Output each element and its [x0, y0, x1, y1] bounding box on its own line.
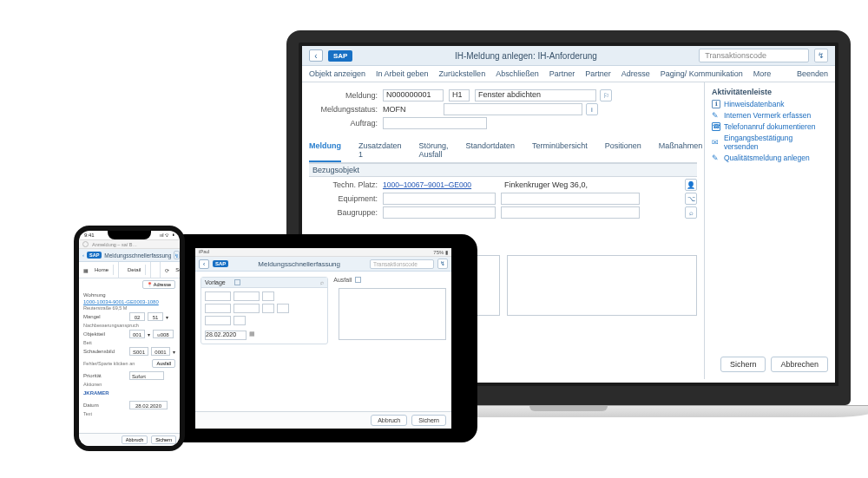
menu-abschliessen[interactable]: Abschließen	[496, 69, 539, 78]
sap-menubar: Objekt anzeigen In Arbeit geben Zurückst…	[302, 66, 835, 82]
menu-paging[interactable]: Paging/ Kommunikation	[661, 69, 743, 78]
button-label: Adresse	[154, 282, 171, 287]
menu-adresse[interactable]: Adresse	[621, 69, 650, 78]
exit-icon[interactable]: ↯	[174, 251, 180, 259]
field-a3[interactable]	[262, 291, 274, 301]
ausfall-button[interactable]: Ausfall	[152, 359, 175, 368]
hierarchy-icon[interactable]: ⌥	[685, 193, 697, 205]
status-extra-input[interactable]	[444, 103, 582, 115]
wohnung-link[interactable]: 1000-10034-9001-GE0003-1080	[79, 299, 180, 304]
info-icon[interactable]: i	[586, 103, 598, 115]
equipment-text-input[interactable]	[501, 193, 640, 205]
ausfall-checkbox[interactable]	[355, 277, 361, 283]
back-button[interactable]: ‹	[309, 49, 323, 62]
back-button[interactable]: ‹	[199, 259, 209, 269]
tab-standort[interactable]: Standortdaten	[466, 138, 516, 162]
valuehelp-icon[interactable]: ▾	[148, 331, 150, 337]
menu-partner-2[interactable]: Partner	[585, 69, 611, 78]
cancel-button[interactable]: Abbruch	[371, 415, 407, 426]
objektteil-code-2[interactable]: u008	[153, 330, 174, 338]
search-icon[interactable]: ⌕	[685, 206, 697, 219]
person-icon[interactable]: 👤	[685, 179, 697, 191]
auftrag-input[interactable]	[383, 117, 487, 129]
search-icon[interactable]: ⌕	[320, 279, 324, 285]
field-b1[interactable]	[205, 304, 231, 313]
field-c2[interactable]	[233, 316, 246, 325]
menu-objekt-anzeigen[interactable]: Objekt anzeigen	[309, 69, 365, 78]
transaction-code-input[interactable]: Transaktionscode	[699, 49, 809, 62]
date-input[interactable]: 28.02.2020	[205, 331, 247, 340]
menu-more[interactable]: More	[753, 69, 772, 78]
reload-icon[interactable]	[82, 241, 89, 247]
baugruppe-label: Baugruppe:	[309, 208, 383, 217]
exit-icon[interactable]: ↯	[814, 49, 828, 62]
prio-select[interactable]: Sofort	[129, 371, 164, 380]
phone-notch	[108, 231, 151, 239]
status-label: Meldungsstatus:	[309, 105, 383, 114]
transaction-code-input[interactable]: Transaktionscode	[370, 259, 434, 269]
sidebar-item-vermerk[interactable]: ✎Internen Vermerk erfassen	[712, 111, 828, 120]
menu-partner-1[interactable]: Partner	[549, 69, 575, 78]
datum-input[interactable]: 28.02.2020	[129, 401, 168, 409]
field-c1[interactable]	[205, 316, 231, 325]
field-a1[interactable]	[205, 291, 231, 301]
sidebar-item-telefon[interactable]: ☎Telefonanruf dokumentieren	[712, 122, 828, 131]
cancel-button[interactable]: Abbrechen	[771, 357, 828, 372]
phone-icon: ☎	[712, 122, 720, 131]
cancel-button[interactable]: Abbruch	[122, 435, 148, 444]
schaden-label: Schadensbild	[83, 349, 127, 354]
phone-screen: 9:41 ııl ᯤ ▮ Anmeldung – sa/ B… ‹ SAP Me…	[79, 231, 180, 446]
meldungsart-input[interactable]: H1	[449, 89, 470, 101]
calendar-icon[interactable]: ▦	[249, 331, 255, 340]
meldung-text-input[interactable]: Fenster abdichten	[475, 89, 596, 101]
meldung-input[interactable]: N000000001	[383, 89, 444, 101]
tablet-textarea[interactable]	[339, 288, 446, 340]
mail-icon: ✉	[712, 138, 720, 147]
tab-detail[interactable]: Detail	[119, 262, 151, 278]
text-area-right[interactable]	[507, 255, 698, 316]
valuehelp-icon[interactable]: ▾	[166, 314, 168, 320]
chevron-left-icon[interactable]: ‹	[82, 252, 84, 258]
sidebar-item-q[interactable]: ✎Qualitätsmeldung anlegen	[712, 154, 828, 162]
tab-home[interactable]: ▦ Home	[79, 262, 119, 278]
save-button[interactable]: Sichern	[720, 357, 766, 372]
tab-stoerung[interactable]: Störung, Ausfall	[419, 138, 449, 162]
exit-icon[interactable]: ↯	[437, 259, 448, 269]
tab-scan[interactable]: ⟳ Scan	[161, 262, 180, 278]
tab-termin[interactable]: Terminübersicht	[532, 138, 588, 162]
save-button[interactable]: Sichern	[411, 415, 446, 426]
sidebar-item-hinweis[interactable]: ℹHinweisdatenbank	[712, 100, 828, 108]
sidebar-item-eingang[interactable]: ✉Eingangsbestätigung versenden	[712, 134, 828, 151]
valuehelp-icon[interactable]: ▾	[173, 349, 175, 355]
menu-beenden[interactable]: Beenden	[797, 69, 828, 78]
equipment-input[interactable]	[383, 193, 496, 205]
page-title: Meldungsschnellerfassung	[104, 252, 171, 259]
techplatz-link[interactable]: 1000–10067–9001–GE000	[383, 180, 496, 189]
field-a2[interactable]	[233, 291, 260, 301]
addresse-button[interactable]: 📍 Adresse	[142, 280, 175, 289]
flag-icon[interactable]: ⚐	[600, 89, 612, 101]
mangel-code-2[interactable]: 51	[148, 312, 163, 321]
vorlage-checkbox[interactable]	[234, 279, 240, 285]
sidebar-item-label: Qualitätsmeldung anlegen	[724, 154, 810, 162]
tab-positionen[interactable]: Positionen	[605, 138, 641, 162]
equipment-label: Equipment:	[309, 194, 383, 203]
field-b2[interactable]	[233, 304, 260, 313]
tab-zusatzdaten[interactable]: Zusatzdaten 1	[358, 138, 402, 162]
prio-label: Priorität	[83, 373, 127, 378]
save-button[interactable]: Sichern	[151, 435, 176, 444]
field-b4[interactable]	[277, 304, 289, 313]
objektteil-code-1[interactable]: 001	[129, 330, 145, 338]
schaden-code-2[interactable]: 0001	[151, 347, 170, 356]
tab-massnahmen[interactable]: Maßnahmen	[659, 138, 703, 162]
field-b3[interactable]	[262, 304, 274, 313]
safari-chrome: Anmeldung – sa/ B…	[79, 239, 180, 249]
mangel-code-1[interactable]: 02	[129, 312, 145, 321]
menu-in-arbeit-geben[interactable]: In Arbeit geben	[376, 69, 429, 78]
schaden-code-1[interactable]: S001	[129, 347, 148, 356]
wohnung-label: Wohnung	[83, 292, 127, 298]
tab-meldung[interactable]: Meldung	[309, 138, 341, 162]
menu-zurueckstellen[interactable]: Zurückstellen	[439, 69, 486, 78]
baugruppe-input[interactable]	[383, 206, 496, 219]
baugruppe-text-input[interactable]	[501, 206, 640, 219]
